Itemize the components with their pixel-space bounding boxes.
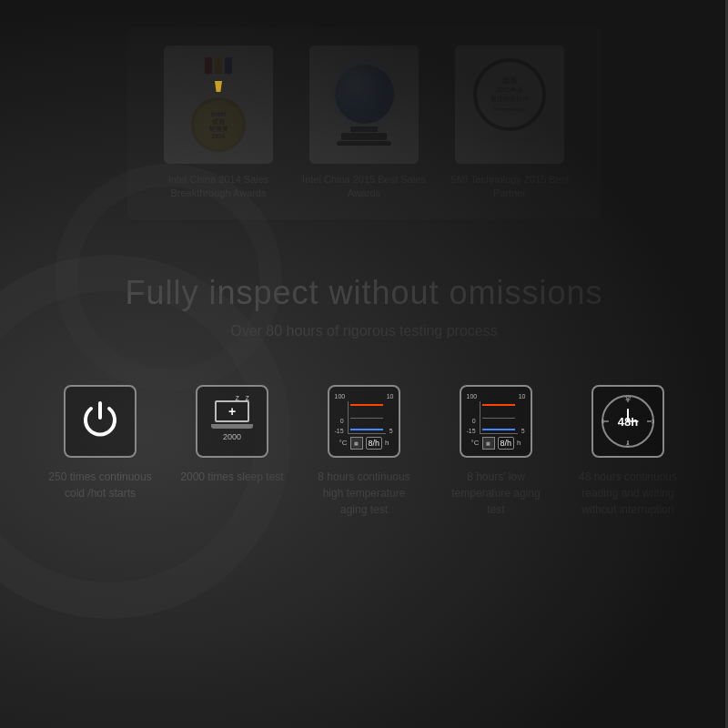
clock-9: 9 [602, 419, 604, 424]
feature-icon-clock: 48h 12 3 6 9 [592, 385, 664, 458]
laptop-screen: + [215, 400, 249, 422]
gauge-body-cold: 0 -15 5 [467, 401, 526, 434]
chip-lines-cold: ▦ [486, 440, 490, 446]
temp-scale-right: 5 [389, 428, 393, 434]
temp-scale-5-cold: 5 [521, 428, 525, 434]
gauge-chart-cold [480, 401, 518, 434]
rate-value-cold: 8/h [498, 437, 515, 450]
rate-value-hot: 8/h [366, 437, 383, 450]
gauge-body: 0 -15 5 [335, 401, 394, 434]
clock-12: 12 [625, 396, 632, 401]
gauge-top-row-hot: 100 10 [335, 393, 394, 399]
gauge-chart-hot [348, 401, 386, 434]
gauge-top-row-cold: 100 10 [467, 393, 526, 399]
rate-unit-cold: h [517, 439, 521, 447]
chip-icon-cold: ▦ [482, 437, 495, 450]
clock-3: 3 [652, 419, 654, 424]
chip-lines: ▦ [354, 440, 359, 446]
temp-10-cold: 10 [519, 393, 526, 399]
temp-gauge-hot: 100 10 0 -15 5 [335, 393, 394, 450]
laptop-base [211, 424, 253, 429]
feature-icon-power [64, 385, 136, 458]
sleep-number: 2000 [223, 432, 241, 441]
temp-scale-0-cold: 0 [467, 418, 476, 424]
temp-100: 100 [335, 393, 346, 399]
clock-hours-value: 48h [618, 414, 638, 428]
clock-graphic: 48h 12 3 6 9 [600, 393, 656, 450]
zero-line [350, 418, 383, 419]
temp-scale-right-cold: 5 [521, 428, 525, 434]
feature-icon-high-temp: 100 10 0 -15 5 [328, 385, 400, 458]
cold-temp-line-cold [482, 429, 515, 430]
power-icon [78, 399, 122, 443]
temp-scale-left: 0 -15 [335, 418, 344, 434]
feature-icon-low-temp: 100 10 0 -15 5 [460, 385, 532, 458]
hot-temp-line [350, 404, 383, 406]
temp-scale-neg-cold: -15 [467, 428, 476, 434]
temp-scale-0: 0 [335, 418, 344, 424]
celsius-label: °C [339, 439, 348, 447]
sleep-plus-icon: + [228, 404, 236, 419]
temp-scale-neg15: -15 [335, 428, 344, 434]
sleep-z-text: z z [235, 393, 251, 402]
temp-scale-5r: 5 [389, 428, 393, 434]
zero-line-cold [482, 418, 515, 419]
rate-area-hot: °C ▦ 8/h h [335, 437, 394, 450]
hot-temp-line-cold [482, 404, 515, 406]
chip-icon-hot: ▦ [350, 437, 363, 450]
temp-100-cold: 100 [467, 393, 478, 399]
cold-temp-line [350, 429, 383, 430]
temp-gauge-cold: 100 10 0 -15 5 [467, 393, 526, 450]
rate-unit-hot: h [385, 439, 389, 447]
rate-area-cold: °C ▦ 8/h h [467, 437, 526, 450]
power-svg [78, 399, 122, 443]
temp-scale-left-cold: 0 -15 [467, 418, 476, 434]
feature-icon-sleep: z z + 2000 [196, 385, 268, 458]
clock-6: 6 [626, 442, 629, 448]
temp-10: 10 [387, 393, 394, 399]
sleep-icon: z z + 2000 [211, 400, 253, 441]
page-content: intel 优选 销售奖 2014 Intel China 2014 Sales… [0, 0, 728, 728]
clock-48h-label: 48h [618, 414, 638, 428]
celsius-label-cold: °C [471, 439, 480, 447]
